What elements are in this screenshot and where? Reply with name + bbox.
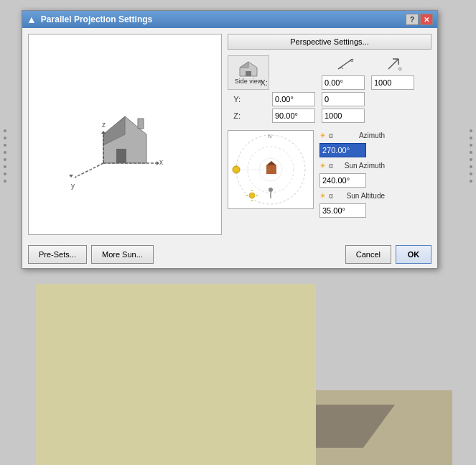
sun-settings: ☀ α Azimuth ☀ (319, 130, 431, 218)
presets-button[interactable]: Pre-Sets... (28, 245, 87, 264)
distance-header-icon: α (371, 55, 416, 73)
svg-text:N: N (268, 133, 272, 139)
svg-text:z: z (102, 121, 106, 129)
svg-text:α: α (329, 162, 333, 170)
azimuth-row: ☀ α Azimuth (319, 130, 431, 140)
cancel-button[interactable]: Cancel (345, 245, 391, 264)
compass-container: N (228, 130, 314, 209)
sun-altitude-row: ☀ α Sun Altitude (319, 190, 431, 201)
dialog-title: Parallel Projection Settings (41, 14, 152, 24)
svg-point-35 (269, 188, 273, 192)
svg-point-28 (233, 166, 240, 173)
dialog-body: y z x Perspective Settings... α (22, 28, 437, 241)
sun-azimuth-input[interactable] (319, 173, 366, 188)
footer-left: Pre-Sets... More Sun... (28, 245, 340, 264)
perspective-settings-button[interactable]: Perspective Settings... (228, 34, 431, 50)
titlebar: ▲ Parallel Projection Settings ? ✕ (22, 11, 437, 28)
sun-azimuth-alpha-icon: α (327, 160, 339, 170)
z-angle-input[interactable] (272, 109, 315, 123)
side-dots-left (4, 129, 6, 183)
side-dots-right (470, 129, 472, 183)
z-label: Z: (228, 111, 242, 120)
svg-marker-26 (266, 161, 276, 165)
angle-header-icon: α (322, 55, 368, 73)
sun-altitude-value-row (319, 203, 431, 218)
svg-text:α: α (398, 65, 402, 72)
dialog-footer: Pre-Sets... More Sun... Cancel OK (22, 241, 437, 268)
preview-panel: y z x (28, 34, 222, 235)
titlebar-left: ▲ Parallel Projection Settings (27, 14, 152, 25)
sun-azimuth-sun-icon: ☀ (319, 162, 326, 170)
azimuth-label: Azimuth (342, 132, 385, 139)
house-svg: y z x (53, 77, 197, 192)
svg-text:α: α (329, 132, 333, 139)
titlebar-controls: ? ✕ (406, 14, 433, 25)
svg-rect-25 (266, 165, 276, 174)
sun-altitude-label: Sun Altitude (342, 192, 385, 200)
sun-compass-row: N (228, 130, 431, 218)
sun-azimuth-row: ☀ α Sun Azimuth (319, 160, 431, 170)
svg-marker-10 (69, 175, 73, 178)
footer-right: Cancel OK (345, 245, 431, 264)
svg-rect-3 (138, 119, 144, 129)
svg-line-15 (388, 59, 398, 69)
svg-rect-21 (246, 71, 251, 76)
y-angle-input[interactable] (272, 92, 315, 106)
dialog-window: ▲ Parallel Projection Settings ? ✕ (22, 10, 438, 269)
sun-altitude-input[interactable] (319, 203, 366, 218)
ok-button[interactable]: OK (396, 245, 431, 264)
svg-text:x: x (159, 158, 163, 166)
svg-point-30 (249, 193, 255, 198)
y-label: Y: (228, 95, 242, 103)
azimuth-sun-icon: ☀ (319, 132, 326, 139)
svg-text:y: y (71, 182, 75, 190)
azimuth-value-row (319, 143, 431, 157)
svg-text:α: α (329, 192, 333, 200)
svg-rect-2 (116, 149, 126, 163)
x-value-input[interactable] (371, 75, 414, 90)
title-icon: ▲ (27, 14, 37, 25)
sun-azimuth-value-row (319, 173, 431, 188)
sun-azimuth-label: Sun Azimuth (342, 162, 385, 170)
svg-marker-11 (101, 131, 106, 134)
right-panel: Perspective Settings... α (228, 34, 431, 235)
sun-altitude-alpha-icon: α (327, 190, 339, 201)
x-label: X: (245, 78, 269, 87)
svg-text:α: α (350, 57, 354, 63)
azimuth-alpha-icon: α (327, 130, 339, 140)
close-button[interactable]: ✕ (420, 14, 433, 25)
y-value-input[interactable] (322, 92, 365, 106)
sun-altitude-sun-icon: ☀ (319, 192, 326, 200)
more-sun-button[interactable]: More Sun... (91, 245, 154, 264)
floor-main (36, 284, 316, 465)
x-angle-input[interactable] (322, 75, 365, 90)
svg-line-4 (75, 163, 103, 178)
help-button[interactable]: ? (406, 14, 419, 25)
azimuth-input[interactable] (319, 143, 366, 157)
z-value-input[interactable] (322, 109, 365, 123)
svg-marker-20 (240, 62, 248, 68)
